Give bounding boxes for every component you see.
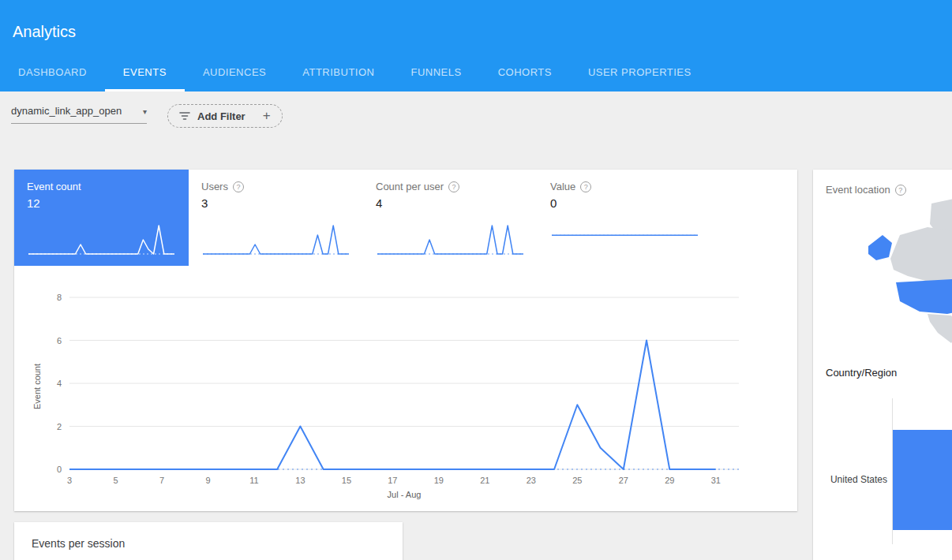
tab-attribution[interactable]: ATTRIBUTION (284, 55, 392, 91)
value-sparkline (550, 220, 699, 256)
add-filter-button[interactable]: Add Filter + (167, 104, 283, 128)
help-icon[interactable]: ? (580, 181, 591, 192)
svg-text:Jul - Aug: Jul - Aug (388, 490, 422, 499)
country-name-label: United States (813, 474, 887, 485)
event-count-chart: 0246835791113151719212325272931Jul - Aug (36, 286, 786, 501)
svg-text:27: 27 (619, 476, 628, 485)
svg-text:13: 13 (295, 476, 305, 485)
metric-label: Count per user (376, 181, 444, 192)
svg-text:3: 3 (67, 476, 72, 485)
svg-text:9: 9 (205, 476, 210, 485)
add-filter-label: Add Filter (197, 110, 245, 122)
tab-funnels[interactable]: FUNNELS (392, 55, 479, 91)
svg-text:11: 11 (249, 476, 258, 485)
filter-icon (179, 111, 190, 121)
users-sparkline (201, 220, 350, 256)
svg-text:21: 21 (480, 476, 489, 485)
count-per-user-sparkline (376, 220, 525, 256)
app-header: Analytics DASHBOARD EVENTS AUDIENCES ATT… (0, 0, 952, 91)
help-icon[interactable]: ? (233, 181, 244, 192)
events-overview-card: Event count 12 Users ? 3 Count per user … (14, 170, 797, 511)
svg-text:23: 23 (527, 476, 536, 485)
svg-text:7: 7 (159, 476, 164, 485)
metric-value: 0 (550, 196, 699, 210)
metric-tile-value[interactable]: Value ? 0 (538, 170, 712, 266)
svg-text:17: 17 (388, 476, 397, 485)
united-states-bar (893, 430, 952, 530)
svg-text:29: 29 (665, 476, 674, 485)
tab-audiences[interactable]: AUDIENCES (185, 55, 284, 91)
event-count-sparkline (27, 220, 176, 256)
metric-label: Users (201, 181, 228, 192)
svg-text:31: 31 (711, 476, 721, 485)
mexico-shape (928, 314, 952, 343)
united-states-shape (896, 278, 952, 314)
country-region-label: Country/Region (826, 367, 897, 379)
metric-value: 12 (27, 196, 176, 210)
event-location-card: Event location ? Country/Region United S… (813, 170, 952, 560)
events-per-session-card: Events per session (14, 522, 403, 560)
event-selector-dropdown[interactable]: dynamic_link_app_open ▾ (11, 105, 147, 124)
metric-value: 3 (201, 196, 350, 210)
svg-text:19: 19 (434, 476, 444, 485)
svg-text:25: 25 (572, 476, 582, 485)
help-icon[interactable]: ? (895, 185, 906, 196)
metric-tile-count-per-user[interactable]: Count per user ? 4 (363, 170, 538, 266)
help-icon[interactable]: ? (448, 181, 459, 192)
plus-icon: + (263, 108, 271, 124)
tab-dashboard[interactable]: DASHBOARD (0, 55, 105, 91)
events-per-session-title: Events per session (32, 537, 125, 550)
dropdown-caret-icon: ▾ (143, 106, 147, 117)
metric-label: Event count (27, 181, 176, 192)
svg-text:6: 6 (57, 336, 62, 345)
svg-text:15: 15 (342, 476, 351, 485)
metric-tile-event-count[interactable]: Event count 12 (14, 170, 189, 266)
svg-text:4: 4 (57, 379, 62, 388)
svg-text:5: 5 (113, 476, 118, 485)
metric-tile-users[interactable]: Users ? 3 (189, 170, 363, 266)
world-map[interactable] (853, 197, 952, 367)
metric-tiles: Event count 12 Users ? 3 Count per user … (14, 170, 712, 266)
metric-value: 4 (376, 196, 525, 210)
svg-text:0: 0 (57, 465, 62, 474)
svg-text:8: 8 (57, 293, 62, 302)
page-title: Analytics (13, 23, 76, 41)
metric-label: Value (550, 181, 575, 192)
svg-text:2: 2 (57, 422, 62, 431)
event-selector-value: dynamic_link_app_open (11, 105, 122, 117)
canada-shape (890, 227, 952, 282)
tab-cohorts[interactable]: COHORTS (480, 55, 570, 91)
tab-events[interactable]: EVENTS (105, 55, 185, 91)
tab-bar: DASHBOARD EVENTS AUDIENCES ATTRIBUTION F… (0, 55, 710, 91)
event-location-title: Event location (826, 184, 890, 196)
tab-user-properties[interactable]: USER PROPERTIES (570, 55, 710, 91)
alaska-shape (868, 235, 892, 260)
